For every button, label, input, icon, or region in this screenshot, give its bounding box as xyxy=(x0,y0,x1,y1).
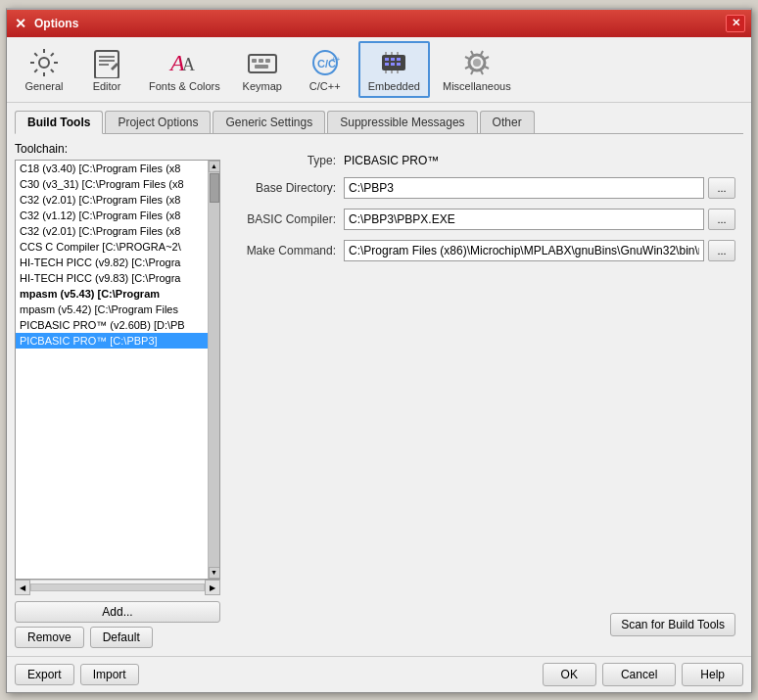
toolbar-embedded[interactable]: Embedded xyxy=(358,41,430,98)
svg-text:A: A xyxy=(182,55,195,74)
h-scroll-track xyxy=(30,583,205,591)
right-panel-spacer xyxy=(236,271,735,605)
default-button[interactable]: Default xyxy=(90,627,153,648)
scroll-left-button[interactable]: ◀ xyxy=(15,580,30,595)
fonts-colors-icon: A A xyxy=(168,47,200,78)
base-dir-browse-button[interactable]: ... xyxy=(708,177,735,199)
scroll-right-button[interactable]: ▶ xyxy=(205,580,220,595)
list-item[interactable]: HI-TECH PICC (v9.83) [C:\Progra xyxy=(16,270,208,286)
list-item-selected[interactable]: PICBASIC PRO™ [C:\PBP3] xyxy=(16,333,208,349)
tab-other[interactable]: Other xyxy=(480,111,535,133)
title-bar: ✕ Options ✕ xyxy=(7,10,751,37)
scroll-down-button[interactable]: ▼ xyxy=(209,567,220,579)
make-command-label: Make Command: xyxy=(236,244,344,257)
svg-point-0 xyxy=(39,58,49,68)
list-item[interactable]: HI-TECH PICC (v9.82) [C:\Progra xyxy=(16,255,208,270)
window-icon: ✕ xyxy=(13,16,28,31)
tab-project-options[interactable]: Project Options xyxy=(105,111,211,133)
list-item[interactable]: C18 (v3.40) [C:\Program Files (x8 xyxy=(16,161,208,176)
make-command-browse-button[interactable]: ... xyxy=(708,240,735,261)
editor-icon xyxy=(91,47,122,78)
options-window: ✕ Options ✕ General xyxy=(6,8,752,693)
footer-right: OK Cancel Help xyxy=(543,663,743,686)
toolchain-label: Toolchain: xyxy=(15,142,220,156)
svg-rect-8 xyxy=(252,59,257,63)
toolbar-keymap-label: Keymap xyxy=(243,80,282,92)
list-scrollbar-vertical[interactable]: ▲ ▼ xyxy=(208,161,219,579)
scroll-up-button[interactable]: ▲ xyxy=(209,161,220,172)
toolchain-list-container: C18 (v3.40) [C:\Program Files (x8 C30 (v… xyxy=(15,160,220,580)
cancel-button[interactable]: Cancel xyxy=(602,663,676,686)
basic-compiler-label: BASIC Compiler: xyxy=(236,212,344,226)
svg-rect-21 xyxy=(397,63,401,66)
list-item[interactable]: PICBASIC PRO™ (v2.60B) [D:\PB xyxy=(16,317,208,333)
keymap-icon xyxy=(247,47,278,78)
svg-rect-11 xyxy=(255,65,268,69)
list-item[interactable]: C32 (v2.01) [C:\Program Files (x8 xyxy=(16,223,208,239)
toolbar-fonts-colors-label: Fonts & Colors xyxy=(149,80,220,92)
scan-button-row: Scan for Build Tools xyxy=(236,605,735,636)
svg-rect-10 xyxy=(265,59,270,63)
close-button[interactable]: ✕ xyxy=(726,15,745,32)
tab-bar: Build Tools Project Options Generic Sett… xyxy=(15,111,743,134)
content-area: Build Tools Project Options Generic Sett… xyxy=(7,103,751,656)
list-item[interactable]: C32 (v2.01) [C:\Program Files (x8 xyxy=(16,192,208,208)
make-command-input-row: ... xyxy=(344,240,735,261)
base-dir-label: Base Directory: xyxy=(236,181,344,195)
toolbar-general[interactable]: General xyxy=(15,42,73,97)
scroll-thumb[interactable] xyxy=(210,173,219,203)
basic-compiler-browse-button[interactable]: ... xyxy=(708,209,735,230)
list-item[interactable]: mpasm (v5.42) [C:\Program Files xyxy=(16,302,208,317)
type-field-row: Type: PICBASIC PRO™ xyxy=(236,154,735,167)
svg-rect-16 xyxy=(385,58,389,61)
miscellaneous-icon xyxy=(461,47,493,78)
make-command-input[interactable] xyxy=(344,240,704,261)
basic-compiler-input-row: ... xyxy=(344,209,735,230)
list-scrollbar-horizontal: ◀ ▶ xyxy=(15,580,220,595)
toolbar-editor[interactable]: Editor xyxy=(77,42,136,97)
remove-default-button-row: Remove Default xyxy=(15,627,220,648)
add-button[interactable]: Add... xyxy=(15,601,220,623)
toolbar-miscellaneous[interactable]: Miscellaneous xyxy=(434,42,520,97)
svg-rect-17 xyxy=(391,58,395,61)
make-command-field-row: Make Command: ... xyxy=(236,240,735,261)
footer: Export Import OK Cancel Help xyxy=(7,656,751,692)
svg-rect-19 xyxy=(385,63,389,66)
tab-build-tools[interactable]: Build Tools xyxy=(15,111,103,134)
toolbar-editor-label: Editor xyxy=(93,80,121,92)
help-button[interactable]: Help xyxy=(682,663,743,686)
toolbar-cpp[interactable]: C/C ++ C/C++ xyxy=(296,42,355,97)
svg-text:++: ++ xyxy=(331,55,341,64)
toolbar-general-label: General xyxy=(24,80,63,92)
list-item[interactable]: C30 (v3_31) [C:\Program Files (x8 xyxy=(16,176,208,192)
left-panel: Toolchain: C18 (v3.40) [C:\Program Files… xyxy=(15,142,220,648)
list-item[interactable]: CCS C Compiler [C:\PROGRA~2\ xyxy=(16,239,208,255)
svg-point-29 xyxy=(473,59,481,67)
base-dir-input[interactable] xyxy=(344,177,704,199)
toolchain-list[interactable]: C18 (v3.40) [C:\Program Files (x8 C30 (v… xyxy=(16,161,208,579)
type-label: Type: xyxy=(236,154,344,167)
tab-suppressible-messages[interactable]: Suppressible Messages xyxy=(327,111,477,133)
remove-button[interactable]: Remove xyxy=(15,627,84,648)
ok-button[interactable]: OK xyxy=(543,663,596,686)
right-panel: Type: PICBASIC PRO™ Base Directory: ... … xyxy=(228,142,743,648)
list-item[interactable]: C32 (v1.12) [C:\Program Files (x8 xyxy=(16,208,208,223)
basic-compiler-field-row: BASIC Compiler: ... xyxy=(236,209,735,230)
toolbar: General Editor A A Fonts & Co xyxy=(7,37,751,103)
basic-compiler-input[interactable] xyxy=(344,209,704,230)
tab-generic-settings[interactable]: Generic Settings xyxy=(213,111,325,133)
add-button-row: Add... xyxy=(15,601,220,623)
export-button[interactable]: Export xyxy=(15,664,74,685)
toolbar-embedded-label: Embedded xyxy=(368,80,420,92)
general-icon xyxy=(28,47,60,78)
toolbar-cpp-label: C/C++ xyxy=(309,80,341,92)
list-item[interactable]: mpasm (v5.43) [C:\Program xyxy=(16,286,208,302)
import-button[interactable]: Import xyxy=(80,664,139,685)
base-dir-input-row: ... xyxy=(344,177,735,199)
svg-rect-9 xyxy=(259,59,263,63)
toolbar-fonts-colors[interactable]: A A Fonts & Colors xyxy=(140,42,229,97)
toolbar-keymap[interactable]: Keymap xyxy=(233,42,292,97)
svg-rect-20 xyxy=(391,63,395,66)
main-area: Toolchain: C18 (v3.40) [C:\Program Files… xyxy=(15,142,743,648)
scan-for-build-tools-button[interactable]: Scan for Build Tools xyxy=(610,613,735,636)
